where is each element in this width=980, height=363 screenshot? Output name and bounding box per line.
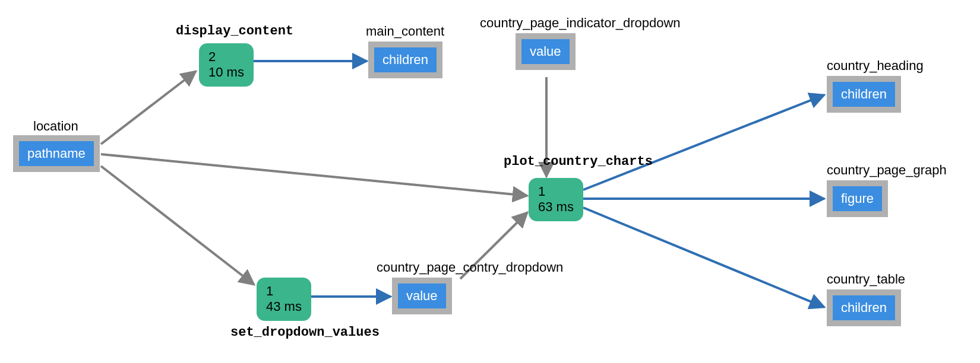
prop-country_dropdown-value: value [398, 284, 446, 308]
node-title-main_content: main_content [366, 24, 444, 39]
callback-plot_country_charts-time: 63 ms [538, 199, 574, 215]
node-country_heading: children [827, 76, 901, 113]
node-title-country_heading: country_heading [827, 58, 924, 74]
callback-title-set_dropdown_values: set_dropdown_values [230, 325, 380, 340]
prop-country_heading-children: children [833, 82, 895, 107]
node-indicator_dropdown: value [516, 33, 576, 70]
prop-indicator_dropdown-value: value [521, 39, 570, 64]
prop-main_content-children: children [374, 47, 437, 72]
callback-plot_country_charts: 1 63 ms [529, 178, 583, 221]
edge-location-to-set_dropdown_values [101, 166, 254, 285]
node-location: pathname [13, 135, 100, 172]
edge-plot_country_charts-to-country_heading [583, 95, 824, 190]
node-title-country_table: country_table [827, 272, 905, 287]
callback-display_content: 2 10 ms [199, 43, 254, 87]
node-country_graph: figure [827, 180, 888, 217]
node-title-country_graph: country_page_graph [827, 163, 947, 178]
callback-set_dropdown_values-count: 1 [266, 284, 302, 299]
node-country_table: children [827, 289, 901, 326]
callback-set_dropdown_values-time: 43 ms [266, 299, 302, 314]
node-title-indicator_dropdown: country_page_indicator_dropdown [480, 15, 681, 31]
edge-location-to-plot_country_charts [101, 154, 527, 196]
prop-country_table-children: children [833, 295, 895, 320]
node-main_content: children [368, 42, 442, 78]
callback-title-plot_country_charts: plot_country_charts [504, 154, 653, 169]
edge-location-to-display_content [101, 71, 196, 144]
callback-set_dropdown_values: 1 43 ms [257, 278, 311, 321]
prop-location-pathname: pathname [19, 141, 94, 166]
prop-country_graph-figure: figure [833, 186, 882, 211]
callback-graph: location pathname display_content 2 10 m… [0, 0, 980, 363]
edge-plot_country_charts-to-country_table [583, 208, 824, 307]
callback-title-display_content: display_content [176, 24, 293, 39]
callback-display_content-time: 10 ms [208, 65, 244, 80]
node-title-country_dropdown: country_page_contry_dropdown [377, 260, 563, 275]
callback-plot_country_charts-count: 1 [538, 184, 574, 199]
node-country_dropdown: value [392, 278, 452, 314]
callback-display_content-count: 2 [208, 49, 244, 65]
node-title-location: location [33, 119, 78, 134]
